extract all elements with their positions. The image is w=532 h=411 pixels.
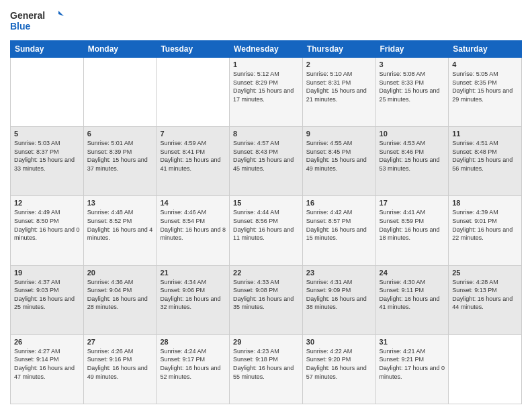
header: General Blue bbox=[10, 7, 522, 35]
day-info: Sunrise: 4:33 AMSunset: 9:08 PMDaylight:… bbox=[233, 278, 299, 312]
calendar-page: General Blue SundayMondayTuesdayWednesda… bbox=[0, 0, 532, 411]
day-number: 27 bbox=[87, 338, 153, 346]
day-info: Sunrise: 5:10 AMSunset: 8:31 PMDaylight:… bbox=[306, 70, 372, 103]
day-number: 1 bbox=[233, 60, 299, 68]
calendar-cell: 14 Sunrise: 4:46 AMSunset: 8:54 PMDaylig… bbox=[157, 196, 230, 265]
day-number: 28 bbox=[160, 338, 226, 346]
day-info: Sunrise: 4:46 AMSunset: 8:54 PMDaylight:… bbox=[160, 208, 226, 242]
day-info: Sunrise: 5:08 AMSunset: 8:33 PMDaylight:… bbox=[380, 70, 445, 103]
calendar-cell bbox=[11, 58, 84, 127]
day-info: Sunrise: 4:55 AMSunset: 8:45 PMDaylight:… bbox=[306, 139, 372, 173]
calendar-cell: 1 Sunrise: 5:12 AMSunset: 8:29 PMDayligh… bbox=[230, 58, 303, 127]
calendar-cell: 18 Sunrise: 4:39 AMSunset: 9:01 PMDaylig… bbox=[449, 196, 522, 265]
calendar-cell: 4 Sunrise: 5:05 AMSunset: 8:35 PMDayligh… bbox=[449, 58, 522, 127]
day-number: 5 bbox=[14, 130, 80, 138]
calendar-table: SundayMondayTuesdayWednesdayThursdayFrid… bbox=[10, 40, 522, 404]
calendar-cell: 27 Sunrise: 4:26 AMSunset: 9:16 PMDaylig… bbox=[83, 334, 157, 404]
calendar-cell: 12 Sunrise: 4:49 AMSunset: 8:50 PMDaylig… bbox=[11, 196, 84, 265]
day-number: 8 bbox=[233, 130, 299, 138]
day-number: 10 bbox=[380, 130, 445, 138]
calendar-header-sunday: Sunday bbox=[11, 41, 84, 58]
calendar-cell bbox=[83, 58, 157, 127]
day-number: 26 bbox=[14, 338, 80, 346]
day-number: 30 bbox=[306, 338, 372, 346]
day-number: 7 bbox=[160, 130, 226, 138]
calendar-cell: 23 Sunrise: 4:31 AMSunset: 9:09 PMDaylig… bbox=[302, 265, 375, 334]
calendar-cell: 5 Sunrise: 5:03 AMSunset: 8:37 PMDayligh… bbox=[11, 127, 84, 196]
day-number: 11 bbox=[452, 130, 518, 138]
calendar-cell: 7 Sunrise: 4:59 AMSunset: 8:41 PMDayligh… bbox=[157, 127, 230, 196]
day-info: Sunrise: 4:23 AMSunset: 9:18 PMDaylight:… bbox=[233, 347, 299, 381]
calendar-cell: 2 Sunrise: 5:10 AMSunset: 8:31 PMDayligh… bbox=[302, 58, 375, 127]
day-info: Sunrise: 4:36 AMSunset: 9:04 PMDaylight:… bbox=[87, 278, 153, 312]
day-info: Sunrise: 4:41 AMSunset: 8:59 PMDaylight:… bbox=[380, 208, 445, 242]
day-info: Sunrise: 4:26 AMSunset: 9:16 PMDaylight:… bbox=[87, 347, 153, 381]
day-info: Sunrise: 4:59 AMSunset: 8:41 PMDaylight:… bbox=[160, 139, 226, 173]
day-number: 6 bbox=[87, 130, 153, 138]
day-number: 29 bbox=[233, 338, 299, 346]
day-info: Sunrise: 4:51 AMSunset: 8:48 PMDaylight:… bbox=[452, 139, 518, 173]
calendar-cell bbox=[449, 334, 522, 404]
day-info: Sunrise: 4:31 AMSunset: 9:09 PMDaylight:… bbox=[306, 278, 372, 312]
day-info: Sunrise: 4:28 AMSunset: 9:13 PMDaylight:… bbox=[452, 278, 518, 312]
day-info: Sunrise: 4:42 AMSunset: 8:57 PMDaylight:… bbox=[306, 208, 372, 242]
calendar-cell: 9 Sunrise: 4:55 AMSunset: 8:45 PMDayligh… bbox=[302, 127, 375, 196]
svg-text:Blue: Blue bbox=[10, 21, 31, 32]
calendar-cell: 3 Sunrise: 5:08 AMSunset: 8:33 PMDayligh… bbox=[375, 58, 449, 127]
calendar-cell: 21 Sunrise: 4:34 AMSunset: 9:06 PMDaylig… bbox=[157, 265, 230, 334]
day-info: Sunrise: 4:49 AMSunset: 8:50 PMDaylight:… bbox=[14, 208, 80, 242]
day-number: 2 bbox=[306, 60, 372, 68]
day-number: 24 bbox=[380, 269, 445, 277]
calendar-cell: 6 Sunrise: 5:01 AMSunset: 8:39 PMDayligh… bbox=[83, 127, 157, 196]
calendar-cell: 13 Sunrise: 4:48 AMSunset: 8:52 PMDaylig… bbox=[83, 196, 157, 265]
calendar-cell: 24 Sunrise: 4:30 AMSunset: 9:11 PMDaylig… bbox=[375, 265, 449, 334]
calendar-header-tuesday: Tuesday bbox=[157, 41, 230, 58]
calendar-cell: 19 Sunrise: 4:37 AMSunset: 9:03 PMDaylig… bbox=[11, 265, 84, 334]
day-info: Sunrise: 4:30 AMSunset: 9:11 PMDaylight:… bbox=[380, 278, 445, 312]
day-info: Sunrise: 4:24 AMSunset: 9:17 PMDaylight:… bbox=[160, 347, 226, 381]
calendar-cell: 20 Sunrise: 4:36 AMSunset: 9:04 PMDaylig… bbox=[83, 265, 157, 334]
day-number: 4 bbox=[452, 60, 518, 68]
logo: General Blue bbox=[10, 7, 64, 35]
calendar-header-saturday: Saturday bbox=[449, 41, 522, 58]
calendar-cell: 26 Sunrise: 4:27 AMSunset: 9:14 PMDaylig… bbox=[11, 334, 84, 404]
day-number: 22 bbox=[233, 269, 299, 277]
day-number: 21 bbox=[160, 269, 226, 277]
day-number: 19 bbox=[14, 269, 80, 277]
calendar-cell: 10 Sunrise: 4:53 AMSunset: 8:46 PMDaylig… bbox=[375, 127, 449, 196]
calendar-cell: 17 Sunrise: 4:41 AMSunset: 8:59 PMDaylig… bbox=[375, 196, 449, 265]
calendar-cell bbox=[157, 58, 230, 127]
day-number: 17 bbox=[380, 199, 445, 207]
calendar-cell: 28 Sunrise: 4:24 AMSunset: 9:17 PMDaylig… bbox=[157, 334, 230, 404]
calendar-cell: 25 Sunrise: 4:28 AMSunset: 9:13 PMDaylig… bbox=[449, 265, 522, 334]
day-info: Sunrise: 5:01 AMSunset: 8:39 PMDaylight:… bbox=[87, 139, 153, 173]
calendar-cell: 30 Sunrise: 4:22 AMSunset: 9:20 PMDaylig… bbox=[302, 334, 375, 404]
calendar-cell: 31 Sunrise: 4:21 AMSunset: 9:21 PMDaylig… bbox=[375, 334, 449, 404]
day-info: Sunrise: 5:03 AMSunset: 8:37 PMDaylight:… bbox=[14, 139, 80, 173]
calendar-header-friday: Friday bbox=[375, 41, 449, 58]
svg-marker-2 bbox=[58, 11, 64, 16]
day-info: Sunrise: 4:53 AMSunset: 8:46 PMDaylight:… bbox=[380, 139, 445, 173]
day-info: Sunrise: 4:27 AMSunset: 9:14 PMDaylight:… bbox=[14, 347, 80, 381]
calendar-cell: 11 Sunrise: 4:51 AMSunset: 8:48 PMDaylig… bbox=[449, 127, 522, 196]
day-number: 3 bbox=[380, 60, 445, 68]
day-info: Sunrise: 5:12 AMSunset: 8:29 PMDaylight:… bbox=[233, 70, 299, 103]
day-number: 23 bbox=[306, 269, 372, 277]
day-number: 13 bbox=[87, 199, 153, 207]
day-info: Sunrise: 4:48 AMSunset: 8:52 PMDaylight:… bbox=[87, 208, 153, 242]
day-info: Sunrise: 4:22 AMSunset: 9:20 PMDaylight:… bbox=[306, 347, 372, 381]
day-info: Sunrise: 4:39 AMSunset: 9:01 PMDaylight:… bbox=[452, 208, 518, 242]
day-number: 9 bbox=[306, 130, 372, 138]
calendar-header-monday: Monday bbox=[83, 41, 157, 58]
calendar-header-thursday: Thursday bbox=[302, 41, 375, 58]
calendar-header-wednesday: Wednesday bbox=[230, 41, 303, 58]
day-info: Sunrise: 4:44 AMSunset: 8:56 PMDaylight:… bbox=[233, 208, 299, 242]
day-number: 25 bbox=[452, 269, 518, 277]
day-number: 31 bbox=[380, 338, 445, 346]
day-number: 12 bbox=[14, 199, 80, 207]
svg-text:General: General bbox=[10, 10, 45, 21]
day-info: Sunrise: 4:57 AMSunset: 8:43 PMDaylight:… bbox=[233, 139, 299, 173]
calendar-cell: 8 Sunrise: 4:57 AMSunset: 8:43 PMDayligh… bbox=[230, 127, 303, 196]
calendar-cell: 16 Sunrise: 4:42 AMSunset: 8:57 PMDaylig… bbox=[302, 196, 375, 265]
day-info: Sunrise: 4:34 AMSunset: 9:06 PMDaylight:… bbox=[160, 278, 226, 312]
